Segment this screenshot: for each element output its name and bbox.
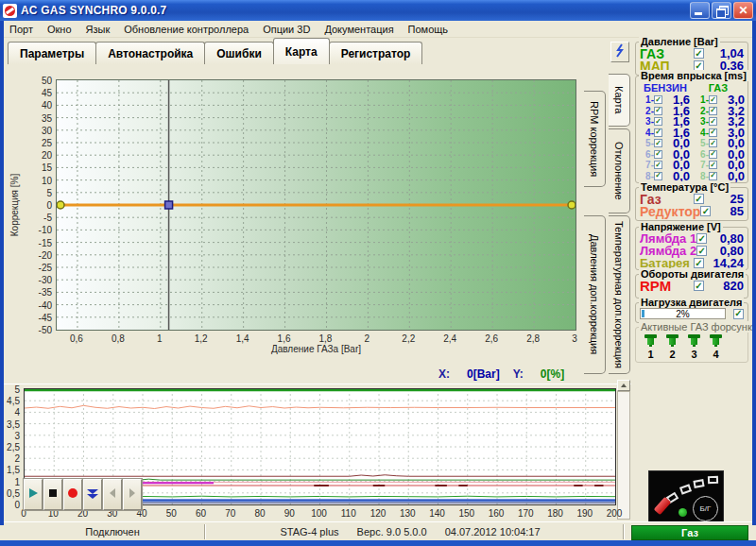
petrol-checkbox-4[interactable] [654,128,662,137]
engine-load-checkbox[interactable] [733,309,744,319]
injector-icon [666,334,679,347]
menu-item-Обновление контроллера[interactable]: Обновление контроллера [124,24,249,35]
temperature-row-2: Редуктор85 [636,205,747,217]
rpm-value-1: 820 [704,279,744,293]
gas-injector-3: 3 [687,334,701,360]
map-xtick: 2,2 [394,333,422,344]
status-separator [623,524,625,539]
side-tab-RPM коррекция[interactable]: RPM коррекция [584,91,606,187]
injector-icon [644,334,657,347]
map-xtick: 2,4 [436,333,464,344]
voltage-checkbox-3[interactable] [694,258,704,268]
gas-checkbox-4[interactable] [709,128,717,137]
temperature-checkbox-2[interactable] [700,206,711,216]
record-button[interactable] [63,479,82,510]
petrol-checkbox-2[interactable] [654,107,662,115]
voltage-checkbox-1[interactable] [696,233,707,244]
window-border-bottom [0,540,756,546]
scrollbar-up-button[interactable] [617,380,630,391]
status-datetime: 04.07.2012 10:04:17 [445,526,541,537]
menu-item-Документация[interactable]: Документация [324,24,393,35]
readout-x-label: X: [438,367,450,381]
map-ytick: 45 [27,88,52,98]
map-ytick: 35 [27,113,52,124]
gas-checkbox-8[interactable] [709,172,717,180]
scrollbar-track[interactable] [617,391,630,520]
menu-item-Опции 3D[interactable]: Опции 3D [263,24,310,35]
injection-row-8: 8-0,08-0,0 [639,171,745,182]
map-x-axis-title: Давление ГАЗа [Bar] [56,344,576,354]
map-xtick: 0,8 [104,333,132,344]
connection-status: Подключен [32,526,193,537]
map-xtick: 1,2 [187,333,215,344]
readout-x-value: 0[Bar] [467,367,500,381]
rec-xtick: 190 [571,508,599,519]
petrol-value: 0,0 [662,171,690,181]
live-data-panel: Давление [Bar] ГАЗ1,04МАП0,36 Время впры… [631,38,752,525]
step-back-button[interactable] [103,479,122,510]
gas-index: 4- [694,128,709,138]
gas-checkbox-5[interactable] [709,139,717,147]
petrol-checkbox-8[interactable] [654,172,662,180]
menu-item-Окно[interactable]: Окно [47,24,72,35]
map-ytick: -30 [27,275,52,285]
injection-time-group: Время впрыска [ms] БЕНЗИН ГАЗ 1-1,61-3,0… [635,76,748,183]
gas-checkbox-6[interactable] [709,150,717,159]
gas-checkbox-1[interactable] [709,95,717,104]
gas-checkbox-3[interactable] [709,117,717,126]
rec-xtick: 80 [246,508,274,519]
tab-Параметры[interactable]: Параметры [8,42,96,64]
map-xtick: 2,8 [519,333,547,344]
fuel-switch-button[interactable]: Б/Г [693,496,718,521]
petrol-column-header: БЕНЗИН [639,82,692,94]
petrol-checkbox-5[interactable] [654,139,662,147]
voltage-checkbox-2[interactable] [696,246,707,256]
petrol-checkbox-7[interactable] [654,161,662,169]
rec-xtick: 70 [216,508,245,519]
gauge-level-segment [693,479,704,488]
map-ytick: 30 [27,126,52,136]
gas-checkbox-7[interactable] [709,161,717,169]
rec-xtick: 50 [157,508,185,519]
tab-Автонастройка[interactable]: Автонастройка [95,42,205,64]
rpm-checkbox-1[interactable] [694,281,704,291]
side-tab-Температурная доп.коррекция[interactable]: Температурная доп.коррекция [609,215,630,374]
rec-xtick: 60 [187,508,215,519]
petrol-checkbox-6[interactable] [654,150,662,159]
minimize-button[interactable] [690,2,710,19]
rec-ytick: 3 [3,431,20,441]
pressure-checkbox-1[interactable] [694,48,704,59]
tab-Карта[interactable]: Карта [273,38,330,64]
tab-Ошибки[interactable]: Ошибки [204,42,274,64]
side-tab-Давления доп.коррекция[interactable]: Давления доп.коррекция [584,215,606,374]
tab-Регистратор[interactable]: Регистратор [329,42,423,64]
connection-button[interactable] [610,42,629,62]
rpm-group-title: Обороты двигателя [639,268,746,280]
temperature-checkbox-1[interactable] [694,194,704,204]
step-forward-button[interactable] [123,479,142,510]
menu-item-Порт[interactable]: Порт [9,24,33,35]
rec-xtick: 100 [305,508,334,519]
close-button[interactable] [733,2,753,19]
gas-checkbox-2[interactable] [709,107,717,115]
restore-button[interactable] [712,2,731,19]
play-button[interactable] [24,479,43,510]
menu-item-Помощь[interactable]: Помощь [408,24,449,35]
injector-number: 4 [713,349,718,360]
side-tab-Карта[interactable]: Карта [609,74,630,127]
correction-map-plot[interactable] [56,79,576,331]
side-tab-Отклонение[interactable]: Отклонение [609,128,630,213]
rec-xtick: 130 [393,508,421,519]
stop-button[interactable] [43,479,62,510]
petrol-checkbox-1[interactable] [654,95,662,104]
engine-load-value: 2% [641,309,725,319]
map-xtick: 1,8 [311,333,339,344]
menu-item-Язык[interactable]: Язык [86,24,111,35]
voltage-group: Напряжение [V] Лямбда 10,80Лямбда 20,80Б… [635,227,748,270]
petrol-checkbox-3[interactable] [654,117,662,126]
status-separator [204,524,206,539]
gas-injector-1: 1 [644,334,658,360]
recorder-scrollbar[interactable] [617,380,630,520]
map-y-axis-title: Коррекция [%] [9,134,20,276]
marker-down-button[interactable] [83,479,102,510]
